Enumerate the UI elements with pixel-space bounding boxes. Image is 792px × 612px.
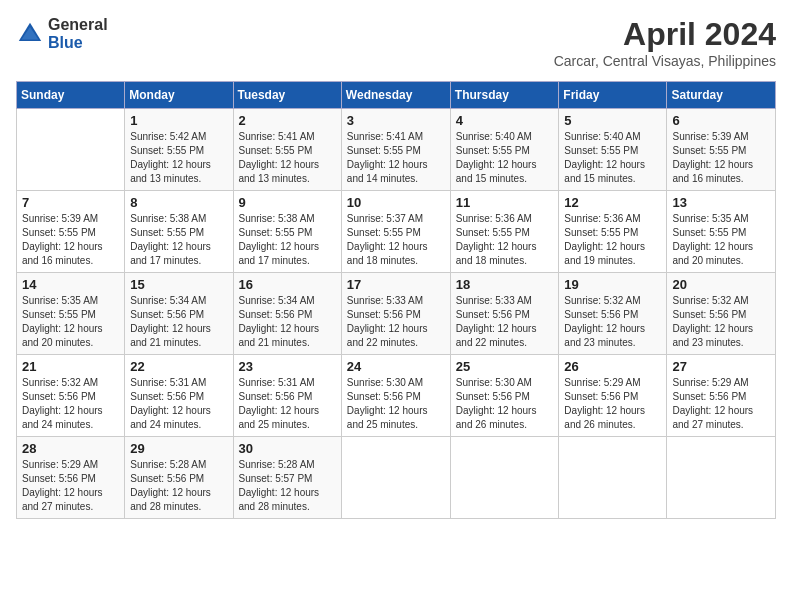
day-cell: 27Sunrise: 5:29 AM Sunset: 5:56 PM Dayli…	[667, 355, 776, 437]
day-info: Sunrise: 5:28 AM Sunset: 5:56 PM Dayligh…	[130, 458, 227, 514]
day-info: Sunrise: 5:32 AM Sunset: 5:56 PM Dayligh…	[22, 376, 119, 432]
day-info: Sunrise: 5:33 AM Sunset: 5:56 PM Dayligh…	[456, 294, 554, 350]
calendar-subtitle: Carcar, Central Visayas, Philippines	[554, 53, 776, 69]
day-cell: 14Sunrise: 5:35 AM Sunset: 5:55 PM Dayli…	[17, 273, 125, 355]
day-cell: 25Sunrise: 5:30 AM Sunset: 5:56 PM Dayli…	[450, 355, 559, 437]
day-info: Sunrise: 5:29 AM Sunset: 5:56 PM Dayligh…	[22, 458, 119, 514]
day-cell: 19Sunrise: 5:32 AM Sunset: 5:56 PM Dayli…	[559, 273, 667, 355]
header-cell-tuesday: Tuesday	[233, 82, 341, 109]
day-cell: 18Sunrise: 5:33 AM Sunset: 5:56 PM Dayli…	[450, 273, 559, 355]
day-number: 20	[672, 277, 770, 292]
day-cell	[667, 437, 776, 519]
day-info: Sunrise: 5:36 AM Sunset: 5:55 PM Dayligh…	[564, 212, 661, 268]
day-number: 9	[239, 195, 336, 210]
day-info: Sunrise: 5:30 AM Sunset: 5:56 PM Dayligh…	[347, 376, 445, 432]
day-cell: 15Sunrise: 5:34 AM Sunset: 5:56 PM Dayli…	[125, 273, 233, 355]
day-cell: 5Sunrise: 5:40 AM Sunset: 5:55 PM Daylig…	[559, 109, 667, 191]
calendar-title: April 2024	[554, 16, 776, 53]
day-info: Sunrise: 5:31 AM Sunset: 5:56 PM Dayligh…	[130, 376, 227, 432]
day-number: 27	[672, 359, 770, 374]
day-cell: 7Sunrise: 5:39 AM Sunset: 5:55 PM Daylig…	[17, 191, 125, 273]
day-cell: 4Sunrise: 5:40 AM Sunset: 5:55 PM Daylig…	[450, 109, 559, 191]
day-info: Sunrise: 5:31 AM Sunset: 5:56 PM Dayligh…	[239, 376, 336, 432]
day-cell: 12Sunrise: 5:36 AM Sunset: 5:55 PM Dayli…	[559, 191, 667, 273]
day-cell: 3Sunrise: 5:41 AM Sunset: 5:55 PM Daylig…	[341, 109, 450, 191]
day-info: Sunrise: 5:41 AM Sunset: 5:55 PM Dayligh…	[347, 130, 445, 186]
header-cell-wednesday: Wednesday	[341, 82, 450, 109]
day-number: 24	[347, 359, 445, 374]
day-info: Sunrise: 5:29 AM Sunset: 5:56 PM Dayligh…	[672, 376, 770, 432]
day-cell: 6Sunrise: 5:39 AM Sunset: 5:55 PM Daylig…	[667, 109, 776, 191]
week-row-3: 14Sunrise: 5:35 AM Sunset: 5:55 PM Dayli…	[17, 273, 776, 355]
day-info: Sunrise: 5:38 AM Sunset: 5:55 PM Dayligh…	[239, 212, 336, 268]
day-number: 2	[239, 113, 336, 128]
day-info: Sunrise: 5:35 AM Sunset: 5:55 PM Dayligh…	[22, 294, 119, 350]
day-number: 18	[456, 277, 554, 292]
day-cell: 22Sunrise: 5:31 AM Sunset: 5:56 PM Dayli…	[125, 355, 233, 437]
day-number: 4	[456, 113, 554, 128]
day-number: 21	[22, 359, 119, 374]
day-info: Sunrise: 5:40 AM Sunset: 5:55 PM Dayligh…	[456, 130, 554, 186]
day-cell: 2Sunrise: 5:41 AM Sunset: 5:55 PM Daylig…	[233, 109, 341, 191]
header-cell-monday: Monday	[125, 82, 233, 109]
day-info: Sunrise: 5:39 AM Sunset: 5:55 PM Dayligh…	[672, 130, 770, 186]
calendar-table: SundayMondayTuesdayWednesdayThursdayFrid…	[16, 81, 776, 519]
header-row: SundayMondayTuesdayWednesdayThursdayFrid…	[17, 82, 776, 109]
day-number: 29	[130, 441, 227, 456]
day-number: 1	[130, 113, 227, 128]
day-cell: 26Sunrise: 5:29 AM Sunset: 5:56 PM Dayli…	[559, 355, 667, 437]
day-cell: 13Sunrise: 5:35 AM Sunset: 5:55 PM Dayli…	[667, 191, 776, 273]
day-number: 28	[22, 441, 119, 456]
day-number: 26	[564, 359, 661, 374]
day-cell: 10Sunrise: 5:37 AM Sunset: 5:55 PM Dayli…	[341, 191, 450, 273]
day-number: 10	[347, 195, 445, 210]
day-info: Sunrise: 5:32 AM Sunset: 5:56 PM Dayligh…	[672, 294, 770, 350]
logo-blue: Blue	[48, 34, 108, 52]
day-number: 13	[672, 195, 770, 210]
logo: General Blue	[16, 16, 108, 51]
day-cell	[17, 109, 125, 191]
day-info: Sunrise: 5:42 AM Sunset: 5:55 PM Dayligh…	[130, 130, 227, 186]
day-info: Sunrise: 5:33 AM Sunset: 5:56 PM Dayligh…	[347, 294, 445, 350]
day-cell	[559, 437, 667, 519]
day-cell	[341, 437, 450, 519]
day-number: 8	[130, 195, 227, 210]
day-cell: 16Sunrise: 5:34 AM Sunset: 5:56 PM Dayli…	[233, 273, 341, 355]
day-number: 15	[130, 277, 227, 292]
day-number: 3	[347, 113, 445, 128]
day-cell: 23Sunrise: 5:31 AM Sunset: 5:56 PM Dayli…	[233, 355, 341, 437]
day-number: 22	[130, 359, 227, 374]
day-info: Sunrise: 5:28 AM Sunset: 5:57 PM Dayligh…	[239, 458, 336, 514]
day-number: 25	[456, 359, 554, 374]
week-row-4: 21Sunrise: 5:32 AM Sunset: 5:56 PM Dayli…	[17, 355, 776, 437]
day-number: 11	[456, 195, 554, 210]
header-cell-thursday: Thursday	[450, 82, 559, 109]
logo-text: General Blue	[48, 16, 108, 51]
day-cell	[450, 437, 559, 519]
header-cell-sunday: Sunday	[17, 82, 125, 109]
day-number: 17	[347, 277, 445, 292]
day-info: Sunrise: 5:38 AM Sunset: 5:55 PM Dayligh…	[130, 212, 227, 268]
day-cell: 9Sunrise: 5:38 AM Sunset: 5:55 PM Daylig…	[233, 191, 341, 273]
header: General Blue April 2024 Carcar, Central …	[16, 16, 776, 69]
day-info: Sunrise: 5:36 AM Sunset: 5:55 PM Dayligh…	[456, 212, 554, 268]
day-number: 14	[22, 277, 119, 292]
logo-general: General	[48, 16, 108, 34]
day-number: 6	[672, 113, 770, 128]
day-info: Sunrise: 5:40 AM Sunset: 5:55 PM Dayligh…	[564, 130, 661, 186]
day-number: 30	[239, 441, 336, 456]
day-number: 7	[22, 195, 119, 210]
day-cell: 8Sunrise: 5:38 AM Sunset: 5:55 PM Daylig…	[125, 191, 233, 273]
header-cell-friday: Friday	[559, 82, 667, 109]
day-cell: 1Sunrise: 5:42 AM Sunset: 5:55 PM Daylig…	[125, 109, 233, 191]
day-number: 12	[564, 195, 661, 210]
day-number: 19	[564, 277, 661, 292]
day-cell: 30Sunrise: 5:28 AM Sunset: 5:57 PM Dayli…	[233, 437, 341, 519]
day-cell: 29Sunrise: 5:28 AM Sunset: 5:56 PM Dayli…	[125, 437, 233, 519]
day-info: Sunrise: 5:34 AM Sunset: 5:56 PM Dayligh…	[239, 294, 336, 350]
week-row-5: 28Sunrise: 5:29 AM Sunset: 5:56 PM Dayli…	[17, 437, 776, 519]
day-number: 16	[239, 277, 336, 292]
day-cell: 17Sunrise: 5:33 AM Sunset: 5:56 PM Dayli…	[341, 273, 450, 355]
day-cell: 21Sunrise: 5:32 AM Sunset: 5:56 PM Dayli…	[17, 355, 125, 437]
day-number: 5	[564, 113, 661, 128]
